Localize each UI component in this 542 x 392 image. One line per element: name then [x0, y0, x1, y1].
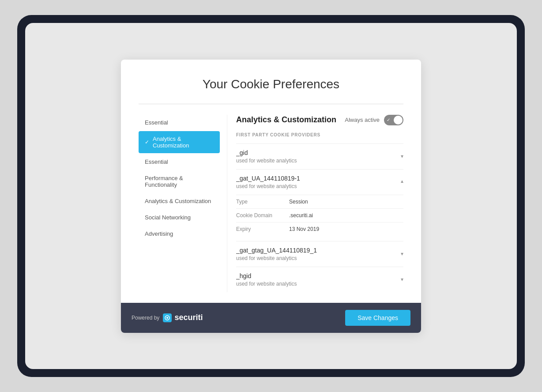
detail-label-domain: Cookie Domain	[236, 212, 289, 219]
cookie-row-gat-ua[interactable]: _gat_UA_144110819-1 used for website ana…	[236, 175, 403, 189]
sidebar-item-advertising[interactable]: Advertising	[139, 226, 220, 241]
detail-row-type: Type Session	[236, 195, 403, 208]
detail-label-expiry: Expiry	[236, 226, 289, 232]
cookie-info-gid: _gid used for website analytics	[236, 149, 297, 164]
cookie-item-gid: _gid used for website analytics ▾	[236, 143, 403, 169]
cookie-desc-gid: used for website analytics	[236, 158, 297, 164]
powered-by-text: Powered by	[132, 315, 159, 321]
detail-value-expiry: 13 Nov 2019	[289, 226, 319, 232]
modal-title: Your Cookie Preferences	[139, 77, 403, 91]
cookie-info-gat-ua: _gat_UA_144110819-1 used for website ana…	[236, 175, 300, 189]
chevron-down-icon-gat-gtag: ▾	[401, 251, 403, 257]
chevron-up-icon-gat-ua: ▾	[401, 179, 403, 185]
detail-value-domain: .securiti.ai	[289, 212, 313, 219]
cookie-desc-gat-ua: used for website analytics	[236, 183, 300, 189]
cookie-info-hgid: _hgid used for website analytics	[236, 272, 297, 287]
chevron-down-icon-hgid: ▾	[401, 276, 403, 283]
detail-label-type: Type	[236, 199, 289, 205]
section-title: Analytics & Customization	[236, 115, 336, 124]
cookie-row-gid[interactable]: _gid used for website analytics ▾	[236, 149, 403, 164]
toggle-check-icon: ✓	[387, 117, 390, 122]
detail-row-domain: Cookie Domain .securiti.ai	[236, 208, 403, 222]
always-active-area: Always active ✓	[345, 115, 403, 125]
cookie-preferences-modal: Your Cookie Preferences Essential ✓ Anal…	[121, 60, 421, 333]
cookie-info-gat-gtag: _gat_gtag_UA_144110819_1 used for websit…	[236, 247, 317, 261]
cookie-desc-gat-gtag: used for website analytics	[236, 255, 317, 261]
cookie-desc-hgid: used for website analytics	[236, 281, 297, 287]
device-inner: Your Cookie Preferences Essential ✓ Anal…	[25, 23, 517, 369]
svg-point-1	[166, 317, 168, 319]
toggle-switch[interactable]: ✓	[384, 115, 403, 125]
cookie-name-gid: _gid	[236, 149, 297, 156]
cookie-details-gat-ua: Type Session Cookie Domain .securiti.ai …	[236, 195, 403, 236]
sidebar-item-analytics-active[interactable]: ✓ Analytics & Customization	[139, 131, 220, 153]
sidebar: Essential ✓ Analytics & Customization Es…	[139, 115, 227, 292]
content-area: Essential ✓ Analytics & Customization Es…	[139, 115, 403, 292]
sidebar-item-essential-bottom[interactable]: Essential	[139, 154, 220, 170]
cookie-item-gat-ua: _gat_UA_144110819-1 used for website ana…	[236, 169, 403, 241]
sidebar-item-essential-top[interactable]: Essential	[139, 115, 220, 130]
modal-footer: Powered by securiti Save Changes	[121, 303, 421, 333]
main-content: Analytics & Customization Always active …	[227, 115, 403, 292]
cookie-name-hgid: _hgid	[236, 272, 297, 279]
sidebar-item-performance[interactable]: Performance & Functionality	[139, 170, 220, 192]
detail-row-expiry: Expiry 13 Nov 2019	[236, 222, 403, 236]
securiti-icon	[163, 313, 172, 322]
toggle-knob	[394, 116, 403, 124]
cookie-item-hgid: _hgid used for website analytics ▾	[236, 267, 403, 292]
cookie-row-gat-gtag[interactable]: _gat_gtag_UA_144110819_1 used for websit…	[236, 247, 403, 261]
cookie-name-gat-ua: _gat_UA_144110819-1	[236, 175, 300, 182]
cookie-row-hgid[interactable]: _hgid used for website analytics ▾	[236, 272, 403, 287]
chevron-down-icon-gid: ▾	[401, 153, 403, 159]
cookie-list: _gid used for website analytics ▾	[236, 143, 403, 292]
section-header: Analytics & Customization Always active …	[236, 115, 403, 125]
sidebar-item-social[interactable]: Social Networking	[139, 210, 220, 225]
securiti-logo: securiti	[163, 313, 203, 322]
securiti-brand-name: securiti	[174, 313, 203, 322]
detail-value-type: Session	[289, 199, 308, 205]
always-active-label: Always active	[345, 117, 380, 123]
divider	[139, 104, 403, 104]
providers-label: FIRST PARTY COOKIE PROVIDERS	[236, 132, 403, 137]
modal-body: Your Cookie Preferences Essential ✓ Anal…	[121, 60, 421, 292]
cookie-item-gat-gtag: _gat_gtag_UA_144110819_1 used for websit…	[236, 241, 403, 267]
device-frame: Your Cookie Preferences Essential ✓ Anal…	[17, 15, 525, 377]
cookie-name-gat-gtag: _gat_gtag_UA_144110819_1	[236, 247, 317, 254]
check-icon: ✓	[145, 139, 149, 145]
sidebar-item-analytics-2[interactable]: Analytics & Customization	[139, 193, 220, 209]
save-changes-button[interactable]: Save Changes	[345, 310, 410, 326]
powered-by: Powered by securiti	[132, 313, 203, 322]
